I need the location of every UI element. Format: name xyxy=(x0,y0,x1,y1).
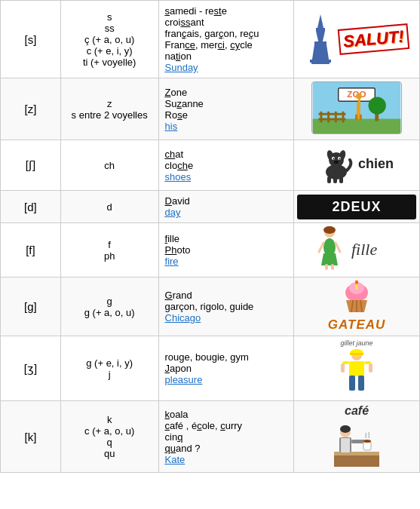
examples-z: Zone Suzanne Rose his xyxy=(158,78,294,140)
svg-line-42 xyxy=(336,243,340,252)
svg-point-69 xyxy=(363,440,371,443)
examples-k: koala café , école, curry cinq quand ? K… xyxy=(158,401,294,473)
svg-rect-66 xyxy=(341,438,350,452)
svg-rect-62 xyxy=(334,455,379,467)
svg-rect-21 xyxy=(355,115,357,121)
table-row: [f] fph fille Photo fire xyxy=(1,223,420,277)
svg-rect-3 xyxy=(314,41,326,44)
svg-rect-58 xyxy=(369,363,372,373)
image-zoo: ZOO xyxy=(294,78,420,140)
phoneme-sh: [ʃ] xyxy=(1,140,61,191)
svg-rect-59 xyxy=(349,376,355,391)
image-chien: chien xyxy=(294,140,420,191)
svg-rect-34 xyxy=(339,176,343,183)
english-shoes: shoes xyxy=(165,171,192,182)
english-his: his xyxy=(165,121,178,132)
svg-point-64 xyxy=(340,425,351,433)
phoneme-f: [f] xyxy=(1,223,61,277)
svg-rect-5 xyxy=(310,60,331,63)
phoneme-s: [s] xyxy=(1,1,61,78)
svg-rect-39 xyxy=(325,264,328,270)
table-row: [d] d David day 2DEUX xyxy=(1,191,420,223)
phoneme-z: [z] xyxy=(1,78,61,140)
spelling-zh: g (+ e, i, y)j xyxy=(60,336,158,401)
gateau-label: GATEAU xyxy=(328,317,386,333)
table-row: [s] sssç (+ a, o, u)c (+ e, i, y)ti (+ v… xyxy=(1,1,420,78)
phoneme-g: [g] xyxy=(1,277,61,336)
svg-rect-7 xyxy=(313,119,401,133)
svg-point-29 xyxy=(333,158,335,160)
svg-point-31 xyxy=(334,161,339,164)
svg-point-36 xyxy=(323,226,336,234)
examples-d: David day xyxy=(158,191,294,223)
english-fire: fire xyxy=(165,256,179,267)
examples-sh: chat cloche shoes xyxy=(158,140,294,191)
examples-s: samedi - reste croissant français, garço… xyxy=(158,1,294,78)
image-salut: SALUT! xyxy=(294,1,420,78)
image-gateau: GATEAU xyxy=(294,277,420,336)
phoneme-zh: [ʒ] xyxy=(1,336,61,401)
deux-badge: 2DEUX xyxy=(297,195,416,219)
svg-rect-53 xyxy=(350,353,363,355)
english-pleasure: pleasure xyxy=(165,374,203,385)
table-row: [z] zs entre 2 voyelles Zone Suzanne Ros… xyxy=(1,78,420,140)
examples-zh: rouge, bougie, gym Japon pleasure xyxy=(158,336,294,401)
image-cafe: café xyxy=(294,401,420,473)
table-row: [k] kc (+ a, o, u)qqu koala café , école… xyxy=(1,401,420,473)
spelling-f: fph xyxy=(60,223,158,277)
svg-rect-33 xyxy=(333,176,337,183)
table-row: [g] gg (+ a, o, u) Grand garçon, rigolo,… xyxy=(1,277,420,336)
svg-rect-54 xyxy=(349,361,364,376)
examples-f: fille Photo fire xyxy=(158,223,294,277)
svg-line-41 xyxy=(319,243,323,252)
svg-rect-14 xyxy=(319,113,346,115)
svg-rect-57 xyxy=(341,363,345,373)
svg-rect-60 xyxy=(358,376,364,391)
svg-rect-22 xyxy=(360,115,362,121)
svg-rect-1 xyxy=(316,28,325,31)
svg-rect-67 xyxy=(351,440,365,443)
svg-text:fille: fille xyxy=(351,240,377,259)
english-day: day xyxy=(165,207,181,218)
svg-rect-32 xyxy=(327,176,331,183)
svg-point-20 xyxy=(356,94,362,100)
spelling-k: kc (+ a, o, u)qqu xyxy=(60,401,158,473)
svg-marker-38 xyxy=(321,253,338,265)
image-fille: fille xyxy=(294,223,420,277)
spelling-z: zs entre 2 voyelles xyxy=(60,78,158,140)
english-sunday: Sunday xyxy=(165,62,198,73)
phoneme-k: [k] xyxy=(1,401,61,473)
svg-rect-40 xyxy=(331,264,334,270)
image-gillet: gillet jaune xyxy=(294,336,420,401)
examples-g: Grand garçon, rigolo, guide Chicago xyxy=(158,277,294,336)
english-chicago: Chicago xyxy=(165,312,201,323)
svg-rect-15 xyxy=(319,118,346,121)
chien-label: chien xyxy=(358,156,394,172)
table-row: [ʒ] g (+ e, i, y)j rouge, bougie, gym Ja… xyxy=(1,336,420,401)
cafe-label: café xyxy=(345,404,369,418)
svg-point-30 xyxy=(339,158,341,160)
phoneme-d: [d] xyxy=(1,191,61,223)
svg-marker-0 xyxy=(317,14,323,28)
spelling-sh: ch xyxy=(60,140,158,191)
spelling-s: sssç (+ a, o, u)c (+ e, i, y)ti (+ voyel… xyxy=(60,1,158,78)
spelling-d: d xyxy=(60,191,158,223)
table-row: [ʃ] ch chat cloche shoes xyxy=(1,140,420,191)
spelling-g: gg (+ a, o, u) xyxy=(60,277,158,336)
svg-point-17 xyxy=(369,97,386,114)
image-deux: 2DEUX xyxy=(294,191,420,223)
english-kate: Kate xyxy=(165,454,185,465)
